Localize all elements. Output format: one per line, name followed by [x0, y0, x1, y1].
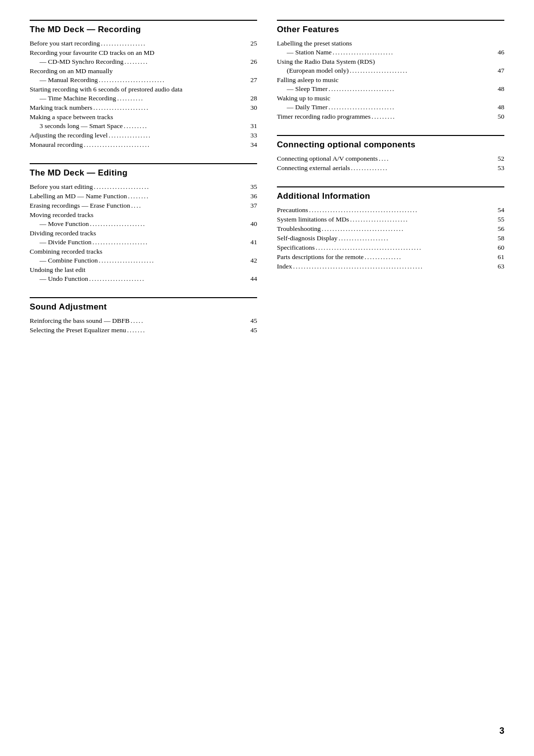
entry-text: Timer recording radio programmes: [277, 113, 371, 121]
page-num: 46: [492, 48, 504, 56]
toc-entry-combining-label: Combining recorded tracks: [30, 248, 257, 256]
dots: .........: [124, 122, 244, 131]
toc-entry-waking-label: Waking up to music: [277, 94, 504, 102]
section-title-additional: Additional Information: [277, 186, 504, 201]
dots: [97, 235, 244, 235]
dots: .....................: [94, 183, 244, 191]
page-num: 34: [245, 141, 257, 149]
dots: ......................: [350, 67, 491, 75]
page-num: 45: [245, 326, 257, 334]
page-num: 31: [245, 122, 257, 130]
toc-entry-marking: Marking track numbers ..................…: [30, 104, 257, 112]
entry-text: — Daily Timer: [287, 103, 328, 111]
entry-text: Waking up to music: [277, 94, 330, 102]
entry-text: Recording on an MD manually: [30, 67, 113, 75]
dots: ......................: [350, 216, 491, 224]
entry-text: — Sleep Timer: [287, 85, 328, 93]
section-title-recording: The MD Deck — Recording: [30, 20, 257, 35]
toc-entry-labelling-md: Labelling an MD — Name Function ........…: [30, 192, 257, 201]
dots: [103, 253, 244, 254]
entry-text: Labelling an MD — Name Function: [30, 192, 127, 200]
editing-entries: Before you start editing ...............…: [30, 183, 257, 283]
section-title-other: Other Features: [277, 20, 504, 35]
toc-entry-undo-label: Undoing the last edit: [30, 266, 257, 274]
toc-entry-erasing: Erasing recordings — Erase Function ....…: [30, 202, 257, 210]
dots: ........................................: [315, 244, 491, 252]
toc-entry-rds-label: Using the Radio Data System (RDS): [277, 58, 504, 66]
dots: ........................................…: [309, 206, 491, 215]
entry-text: — Divide Function: [40, 238, 91, 246]
entry-text: Parts descriptions for the remote: [277, 253, 363, 261]
section-recording: The MD Deck — Recording Before you start…: [30, 20, 257, 149]
entry-text: Using the Radio Data System (RDS): [277, 58, 375, 66]
section-title-connecting: Connecting optional components: [277, 135, 504, 150]
entry-text: Connecting external aerials: [277, 164, 350, 172]
section-additional: Additional Information Precautions .....…: [277, 186, 504, 271]
entry-text: Undoing the last edit: [30, 266, 86, 274]
page-num: 53: [492, 164, 504, 172]
page-num: 26: [245, 58, 257, 66]
entry-text: Combining recorded tracks: [30, 248, 102, 256]
toc-entry-move-function: — Move Function ..................... 40: [30, 220, 257, 228]
dots: [114, 73, 244, 73]
dots: .....................: [99, 257, 244, 265]
page-num: 63: [492, 263, 504, 270]
entry-text: Starting recording with 6 seconds of pre…: [30, 86, 182, 93]
toc-entry-troubleshooting: Troubleshooting ........................…: [277, 225, 504, 233]
section-title-sound: Sound Adjustment: [30, 297, 257, 312]
section-other: Other Features Labelling the preset stat…: [277, 20, 504, 121]
page-num: 50: [492, 113, 504, 121]
toc-entry-sleep-timer: — Sleep Timer ......................... …: [277, 85, 504, 93]
page-num: 54: [492, 206, 504, 214]
entry-text: Moving recorded tracks: [30, 211, 93, 219]
toc-entry-undo-function: — Undo Function ..................... 44: [30, 275, 257, 283]
page-num: 58: [492, 234, 504, 242]
toc-entry-falling-asleep-label: Falling asleep to music: [277, 76, 504, 84]
entry-text: — Time Machine Recording: [40, 94, 116, 102]
toc-entry-moving-label: Moving recorded tracks: [30, 211, 257, 219]
page-num: 40: [245, 220, 257, 228]
page-num: 37: [245, 202, 257, 210]
entry-text: Selecting the Preset Equalizer menu: [30, 326, 126, 334]
entry-text: Dividing recorded tracks: [30, 229, 96, 237]
dots: [340, 82, 491, 82]
recording-entries: Before you start recording .............…: [30, 40, 257, 149]
toc-entry-cd-tracks: Recording your favourite CD tracks on an…: [30, 49, 257, 57]
toc-entry-before-recording: Before you start recording .............…: [30, 40, 257, 48]
page-num: 41: [245, 238, 257, 246]
dots: .........................: [99, 76, 244, 85]
dots: ........: [128, 192, 244, 201]
toc-entry-system-limitations: System limitations of MDs ..............…: [277, 216, 504, 224]
page-num: 52: [492, 155, 504, 163]
dots: ........................................…: [293, 263, 491, 271]
page-num: 55: [492, 216, 504, 223]
dots: ................: [109, 132, 244, 140]
dots: [87, 271, 244, 272]
page-num: 44: [245, 275, 257, 283]
toc-entry-specifications: Specifications .........................…: [277, 244, 504, 252]
section-connecting: Connecting optional components Connectin…: [277, 135, 504, 173]
page-num: 36: [245, 192, 257, 200]
toc-entry-before-editing: Before you start editing ...............…: [30, 183, 257, 191]
dots: .........................: [329, 85, 491, 93]
dots: .......................: [333, 48, 491, 57]
page-num: 48: [492, 85, 504, 93]
page-num: 56: [492, 225, 504, 233]
toc-entry-station-name: — Station Name ....................... 4…: [277, 48, 504, 57]
dots: [353, 45, 491, 45]
page-num: 42: [245, 257, 257, 265]
additional-entries: Precautions ............................…: [277, 206, 504, 271]
toc-entry-cd-synchro: — CD-MD Synchro Recording ......... 26: [30, 58, 257, 66]
entry-text: Adjusting the recording level: [30, 132, 108, 139]
toc-entry-precautions: Precautions ............................…: [277, 206, 504, 215]
entry-text: Before you start recording: [30, 40, 100, 47]
dots: ..............: [351, 164, 491, 173]
dots: ...................: [339, 234, 491, 243]
page-num: 48: [492, 103, 504, 111]
entry-text: Before you start editing: [30, 183, 93, 191]
entry-text: Recording your favourite CD tracks on an…: [30, 49, 154, 57]
entry-text: — Undo Function: [40, 275, 88, 283]
toc-entry-manual-label: Recording on an MD manually: [30, 67, 257, 75]
page-content: The MD Deck — Recording Before you start…: [30, 20, 504, 349]
toc-entry-timemachine-label: Starting recording with 6 seconds of pre…: [30, 86, 257, 93]
